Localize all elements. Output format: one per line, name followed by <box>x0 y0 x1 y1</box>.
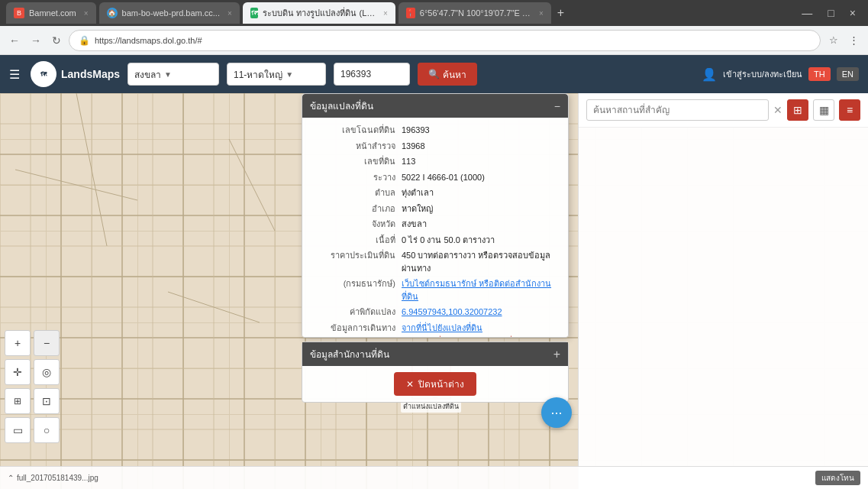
menu-toggle-button[interactable]: ☰ <box>9 67 20 82</box>
toolbar-row-3: ⊞ ⊡ <box>5 388 60 414</box>
tab-bamnet[interactable]: B Bamnet.com × <box>6 2 96 24</box>
toolbar-row-4: ▭ ○ <box>5 417 60 443</box>
tab-bam[interactable]: 🏠 bam-bo-web-prd.bam.cc... × <box>99 2 240 24</box>
label-coords: ค่าพิกัดแปลง <box>310 306 402 319</box>
label-amphoe: อำเภอ <box>310 202 402 215</box>
login-label: เข้าสู่ระบบ/ลงทะเบียน <box>723 67 802 81</box>
value-price: 450 บาทต่อตารางวา หรือตรวจสอบข้อมูลผ่านท… <box>402 249 560 274</box>
panel-view-icon-button-2[interactable]: ▦ <box>813 99 834 121</box>
file-label-area: ⌃ full_201705181439...jpg <box>8 474 98 482</box>
tab-close-bam[interactable]: × <box>227 9 232 18</box>
map-bottom-bar: ⌃ full_201705181439...jpg แสดงโทน <box>0 466 868 489</box>
tab-landsmaps[interactable]: 🗺 ระบบดิน ทางรูปแปลงที่ดิน (LandsMaps...… <box>243 2 395 24</box>
tab-favicon-bamnet: B <box>14 8 24 18</box>
info-row-amphoe: อำเภอ หาดใหญ่ <box>310 202 560 215</box>
address-bar[interactable]: 🔒 https://landsmaps.dol.go.th/# <box>69 30 821 51</box>
label-price: ราคาประเมินที่ดิน <box>310 249 402 274</box>
value-tambon: ทุ่งตำเลา <box>402 186 434 199</box>
amphoe-value: 11-หาดใหญ่ <box>234 67 282 82</box>
select-tool-button[interactable]: ⊡ <box>34 388 60 414</box>
value-rawang: 5022 I 4666-01 (1000) <box>402 171 485 184</box>
label-rawang: ระวาง <box>310 171 402 184</box>
amphoe-arrow-icon: ▼ <box>286 70 293 79</box>
tab-bar: B Bamnet.com × 🏠 bam-bo-web-prd.bam.cc..… <box>0 0 868 26</box>
forward-button[interactable]: → <box>27 31 44 50</box>
tab-google-maps[interactable]: 📍 6°56'47.7"N 100°19'07.7"E - Goo... × <box>399 2 551 24</box>
circle-tool-button[interactable]: ○ <box>34 417 60 443</box>
browser-nav-icons: ☆ ⋮ <box>825 32 862 49</box>
province-selector[interactable]: สงขลา ▼ <box>127 63 219 86</box>
file-chevron-icon[interactable]: ⌃ <box>8 474 14 482</box>
office-info-panel: ข้อมูลสำนักงานที่ดิน + ✕ ปิดหน้าต่าง <box>302 342 569 403</box>
info-row-parcel-no: เลขที่ดิน 113 <box>310 155 560 168</box>
search-button[interactable]: 🔍 ค้นหา <box>418 63 477 86</box>
floating-action-button[interactable]: ··· <box>541 397 572 428</box>
maximize-btn[interactable]: □ <box>821 7 840 19</box>
label-tambon: ตำบล <box>310 186 402 199</box>
info-row-rawang: ระวาง 5022 I 4666-01 (1000) <box>310 171 560 184</box>
bookmark-star-icon[interactable]: ☆ <box>825 32 842 49</box>
close-btn-label: ปิดหน้าต่าง <box>418 377 464 391</box>
label-area: เนื้อที่ <box>310 234 402 247</box>
coords-link[interactable]: 6.94597943,100.32007232 <box>402 306 502 319</box>
zoom-out-button[interactable]: − <box>34 330 60 356</box>
info-panel-body: เลขโฉนดที่ดิน 196393 หน้าสำรวจ 13968 เลข… <box>302 118 568 338</box>
value-province: สงขลา <box>402 218 427 231</box>
info-row-price: ราคาประเมินที่ดิน 450 บาทต่อตารางวา หรือ… <box>310 249 560 274</box>
reload-button[interactable]: ↻ <box>49 31 64 50</box>
panel-view-icon-button-1[interactable]: ⊞ <box>787 99 808 121</box>
info-row-tambon: ตำบล ทุ่งตำเลา <box>310 186 560 199</box>
url-text: https://landsmaps.dol.go.th/# <box>95 36 811 45</box>
info-row-treasury: (กรมธนารักษ์) เว็บไซต์กรมธนารักษ์ หรือติ… <box>310 277 560 303</box>
close-window-btn[interactable]: × <box>844 7 862 19</box>
label-survey: หน้าสำรวจ <box>310 140 402 153</box>
landmark-search-input[interactable] <box>586 99 769 121</box>
panel-active-icon-button[interactable]: ≡ <box>839 99 860 121</box>
label-treasury: (กรมธนารักษ์) <box>310 277 402 303</box>
logo-area: 🗺 LandsMaps <box>31 61 120 87</box>
direction-to-office-link[interactable]: จากแปลงที่ดินไปยังสำนักงานที่ดิน <box>402 335 524 338</box>
tab-close-landsmaps[interactable]: × <box>383 9 388 18</box>
value-chanote: 196393 <box>402 124 430 137</box>
tab-close-bamnet[interactable]: × <box>84 9 89 18</box>
tab-label-landsmaps: ระบบดิน ทางรูปแปลงที่ดิน (LandsMaps... <box>263 6 376 20</box>
tab-favicon-landsmaps: 🗺 <box>250 8 259 18</box>
back-button[interactable]: ← <box>6 31 23 50</box>
search-clear-button[interactable]: ✕ <box>773 104 782 116</box>
show-more-button[interactable]: แสดงโทน <box>815 471 860 485</box>
office-panel-title: ข้อมูลสำนักงานที่ดิน <box>310 347 389 361</box>
new-tab-button[interactable]: + <box>557 6 564 20</box>
parcel-number-input[interactable] <box>334 63 410 86</box>
lang-en-button[interactable]: EN <box>837 67 859 81</box>
zoom-in-button[interactable]: + <box>5 330 31 356</box>
value-survey: 13968 <box>402 140 425 153</box>
info-panel-close-button[interactable]: − <box>554 100 560 112</box>
polygon-tool-button[interactable]: ▭ <box>5 417 31 443</box>
right-search-panel: ✕ ⊞ ▦ ≡ <box>578 93 868 489</box>
treasury-website-link[interactable]: เว็บไซต์กรมธนารักษ์ หรือติดต่อสำนักงานที… <box>402 277 560 303</box>
amphoe-selector[interactable]: 11-หาดใหญ่ ▼ <box>227 63 326 86</box>
logo-icon: 🗺 <box>31 61 56 87</box>
search-btn-label: ค้นหา <box>443 67 466 82</box>
tab-label-google: 6°56'47.7"N 100°19'07.7"E - Goo... <box>420 8 531 18</box>
info-row-survey: หน้าสำรวจ 13968 <box>310 140 560 153</box>
land-info-panel: ข้อมูลแปลงที่ดิน − เลขโฉนดที่ดิน 196393 … <box>302 93 569 338</box>
location-tool-button[interactable]: ◎ <box>34 359 60 385</box>
office-panel-add-button[interactable]: + <box>553 348 560 361</box>
tab-label-bam: bam-bo-web-prd.bam.cc... <box>122 8 220 18</box>
info-row-area: เนื้อที่ 0 ไร่ 0 งาน 50.0 ตารางวา <box>310 234 560 247</box>
graph-tool-button[interactable]: ⊞ <box>5 388 31 414</box>
close-panel-button[interactable]: ✕ ปิดหน้าต่าง <box>394 372 476 396</box>
login-button[interactable]: เข้าสู่ระบบ/ลงทะเบียน <box>723 67 802 81</box>
browser-chrome: B Bamnet.com × 🏠 bam-bo-web-prd.bam.cc..… <box>0 0 868 55</box>
navigation-bar: ← → ↻ 🔒 https://landsmaps.dol.go.th/# ☆ … <box>0 26 868 55</box>
browser-menu-icon[interactable]: ⋮ <box>845 32 862 49</box>
map-toolbar: + − ✛ ◎ ⊞ ⊡ ▭ ○ <box>5 330 60 443</box>
tab-close-google[interactable]: × <box>539 9 544 18</box>
label-directions: ข้อมูลการเดินทาง <box>310 322 402 338</box>
logo-image: 🗺 <box>40 71 47 78</box>
minimize-btn[interactable]: — <box>795 7 818 19</box>
direction-from-here-link[interactable]: จากที่นี่ไปยังแปลงที่ดิน <box>402 322 524 335</box>
measure-tool-button[interactable]: ✛ <box>5 359 31 385</box>
lang-th-button[interactable]: TH <box>808 67 831 81</box>
